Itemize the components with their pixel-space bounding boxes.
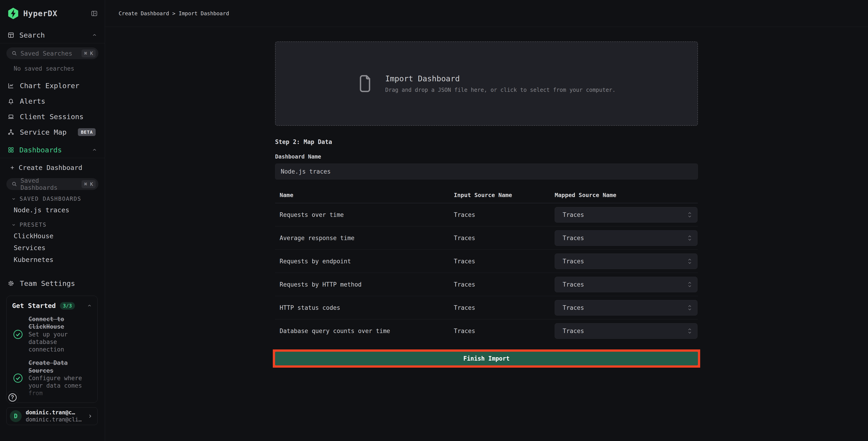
import-dropzone[interactable]: Import Dashboard Drag and drop a JSON fi… xyxy=(275,41,698,126)
table-row: Average response time Traces Traces xyxy=(275,227,698,249)
search-icon xyxy=(11,50,17,56)
app-window: HyperDX Search xyxy=(0,0,868,441)
table-header: Name Input Source Name Mapped Source Nam… xyxy=(275,185,698,203)
nav-label: Chart Explorer xyxy=(20,82,79,90)
section-dashboards[interactable]: Dashboards xyxy=(0,142,105,158)
group-presets[interactable]: PRESETS xyxy=(0,219,105,230)
get-started-card: Get Started 3/3 Connect to ClickHouse Se… xyxy=(6,296,98,403)
dashboard-name-input[interactable]: Node.js traces xyxy=(275,164,698,179)
column-header-input-source: Input Source Name xyxy=(454,192,555,198)
row-input-source: Traces xyxy=(454,258,555,265)
dashboard-name-value: Node.js traces xyxy=(281,168,331,175)
task-create-data-sources[interactable]: Create Data Sources Configure where your… xyxy=(12,359,92,397)
saved-dashboards-input[interactable]: Saved Dashboards ⌘ K xyxy=(6,178,98,190)
saved-searches-input[interactable]: Saved Searches ⌘ K xyxy=(6,48,98,59)
sidebar-item-service-map[interactable]: Service Map BETA xyxy=(0,124,105,140)
preset-item-label: Services xyxy=(14,244,45,252)
mapped-source-select[interactable]: Traces xyxy=(555,230,698,246)
mapped-source-select[interactable]: Traces xyxy=(555,207,698,223)
select-value: Traces xyxy=(563,235,584,241)
user-email: dominic.tran@cli… xyxy=(26,416,83,423)
group-label-text: PRESETS xyxy=(20,222,47,228)
preset-item-label: Kubernetes xyxy=(14,256,54,264)
task-title: Create Data Sources xyxy=(28,359,92,375)
sidebar-item-client-sessions[interactable]: Client Sessions xyxy=(0,109,105,124)
laptop-icon xyxy=(7,113,14,120)
column-header-name: Name xyxy=(280,192,454,198)
selector-icon xyxy=(687,328,692,334)
select-value: Traces xyxy=(563,258,584,265)
table-row: HTTP status codes Traces Traces xyxy=(275,296,698,319)
column-header-mapped-source: Mapped Source Name xyxy=(555,192,698,198)
user-menu[interactable]: D dominic.tran@c… dominic.tran@cli… xyxy=(6,407,98,425)
help-icon: ? xyxy=(8,393,17,402)
sidebar-item-alerts[interactable]: Alerts xyxy=(0,93,105,109)
sidebar-item-team-settings[interactable]: Team Settings xyxy=(0,276,105,291)
chart-explorer-icon xyxy=(7,82,14,89)
row-input-source: Traces xyxy=(454,304,555,311)
mapping-table: Name Input Source Name Mapped Source Nam… xyxy=(275,185,698,343)
row-name: Average response time xyxy=(280,235,454,241)
chevron-up-icon[interactable] xyxy=(87,303,92,308)
chevron-right-icon xyxy=(87,413,93,419)
finish-import-button[interactable]: Finish Import xyxy=(275,352,698,365)
select-value: Traces xyxy=(563,328,584,334)
breadcrumb: Create Dashboard > Import Dashboard xyxy=(105,0,868,27)
preset-item-services[interactable]: Services xyxy=(0,242,105,254)
hyperdx-logo-icon xyxy=(7,7,20,20)
breadcrumb-import-dashboard[interactable]: Import Dashboard xyxy=(179,10,229,17)
selector-icon xyxy=(687,258,692,264)
help-button[interactable]: ? xyxy=(6,391,19,404)
mapped-source-select[interactable]: Traces xyxy=(555,300,698,316)
annotation-highlight-box: Finish Import xyxy=(273,349,700,368)
table-row: Requests by HTTP method Traces Traces xyxy=(275,273,698,296)
preset-item-clickhouse[interactable]: ClickHouse xyxy=(0,230,105,242)
logo-text: HyperDX xyxy=(23,9,57,18)
avatar: D xyxy=(10,410,22,422)
logo-row: HyperDX xyxy=(0,0,105,27)
table-row: Database query counts over time Traces T… xyxy=(275,319,698,343)
row-name: Requests by endpoint xyxy=(280,258,454,265)
task-connect-clickhouse[interactable]: Connect to ClickHouse Set up your databa… xyxy=(12,316,92,353)
row-input-source: Traces xyxy=(454,235,555,241)
preset-item-kubernetes[interactable]: Kubernetes xyxy=(0,254,105,266)
table-row: Requests by endpoint Traces Traces xyxy=(275,249,698,273)
nav-label: Client Sessions xyxy=(20,113,84,121)
no-saved-searches-text: No saved searches xyxy=(14,65,105,72)
mapped-source-select[interactable]: Traces xyxy=(555,277,698,292)
step-title: Step 2: Map Data xyxy=(275,139,698,145)
sidebar-collapse-icon[interactable] xyxy=(91,10,98,17)
breadcrumb-separator: > xyxy=(173,10,176,17)
check-circle-icon xyxy=(12,372,24,384)
selector-icon xyxy=(687,235,692,241)
create-dashboard-button[interactable]: Create Dashboard xyxy=(0,161,105,174)
saved-dashboards-placeholder: Saved Dashboards xyxy=(21,177,78,191)
dashboard-name-label: Dashboard Name xyxy=(275,153,698,160)
file-icon xyxy=(358,74,373,93)
search-section-label: Search xyxy=(19,31,87,39)
dashboard-item-nodejs-traces[interactable]: Node.js traces xyxy=(0,204,105,216)
chevron-up-icon xyxy=(92,147,97,153)
row-input-source: Traces xyxy=(454,328,555,334)
section-search[interactable]: Search xyxy=(0,27,105,43)
dashboards-section-label: Dashboards xyxy=(19,146,87,154)
chevron-down-icon xyxy=(11,197,16,201)
group-saved-dashboards[interactable]: SAVED DASHBOARDS xyxy=(0,194,105,204)
row-input-source: Traces xyxy=(454,281,555,288)
selector-icon xyxy=(687,212,692,218)
group-label-text: SAVED DASHBOARDS xyxy=(20,196,81,202)
sidebar-item-chart-explorer[interactable]: Chart Explorer xyxy=(0,78,105,93)
task-desc: Set up your database connection xyxy=(28,331,92,354)
select-value: Traces xyxy=(563,304,584,311)
mapped-source-select[interactable]: Traces xyxy=(555,254,698,269)
get-started-progress-badge: 3/3 xyxy=(60,302,75,310)
hyperdx-logo[interactable]: HyperDX xyxy=(7,7,57,20)
dashboards-icon xyxy=(7,146,14,153)
selector-icon xyxy=(687,304,692,311)
shortcut-badge: ⌘ K xyxy=(82,180,96,188)
row-name: Requests by HTTP method xyxy=(280,281,454,288)
select-value: Traces xyxy=(563,281,584,288)
breadcrumb-create-dashboard[interactable]: Create Dashboard xyxy=(119,10,169,17)
get-started-header[interactable]: Get Started 3/3 xyxy=(12,302,92,310)
mapped-source-select[interactable]: Traces xyxy=(555,323,698,339)
